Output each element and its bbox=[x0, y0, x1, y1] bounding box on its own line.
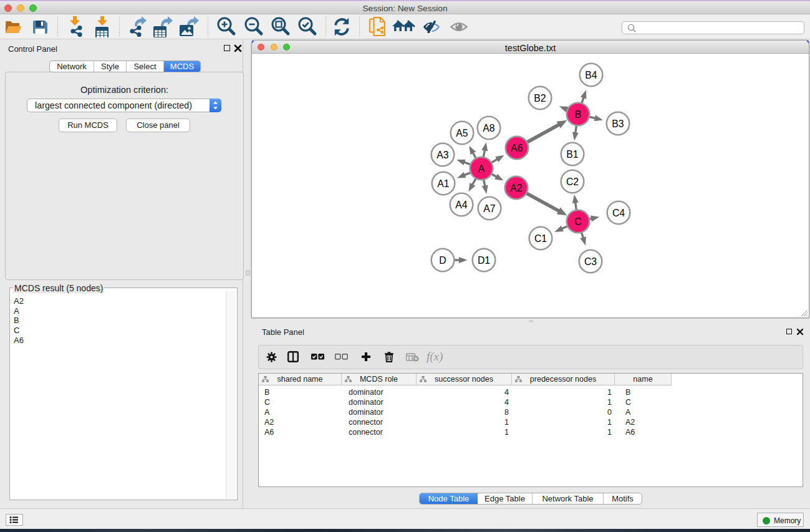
svg-text:C4: C4 bbox=[612, 208, 625, 218]
svg-text:A: A bbox=[478, 163, 485, 174]
svg-text:C: C bbox=[574, 216, 581, 227]
svg-text:D1: D1 bbox=[478, 255, 490, 266]
svg-text:A6: A6 bbox=[511, 143, 523, 153]
svg-text:C1: C1 bbox=[534, 233, 547, 244]
svg-text:B: B bbox=[575, 109, 582, 120]
svg-text:A4: A4 bbox=[455, 200, 468, 210]
svg-text:A8: A8 bbox=[483, 123, 495, 133]
svg-text:A1: A1 bbox=[437, 178, 450, 189]
svg-text:B2: B2 bbox=[534, 93, 546, 104]
svg-text:B4: B4 bbox=[585, 70, 597, 80]
svg-text:A2: A2 bbox=[510, 183, 522, 193]
svg-text:A5: A5 bbox=[456, 128, 468, 138]
svg-text:C3: C3 bbox=[584, 256, 597, 267]
svg-text:C2: C2 bbox=[566, 177, 579, 187]
svg-text:B3: B3 bbox=[612, 118, 624, 129]
svg-text:A3: A3 bbox=[436, 150, 449, 160]
svg-text:D: D bbox=[439, 255, 446, 266]
svg-text:B1: B1 bbox=[566, 149, 579, 160]
svg-text:A7: A7 bbox=[483, 203, 495, 214]
